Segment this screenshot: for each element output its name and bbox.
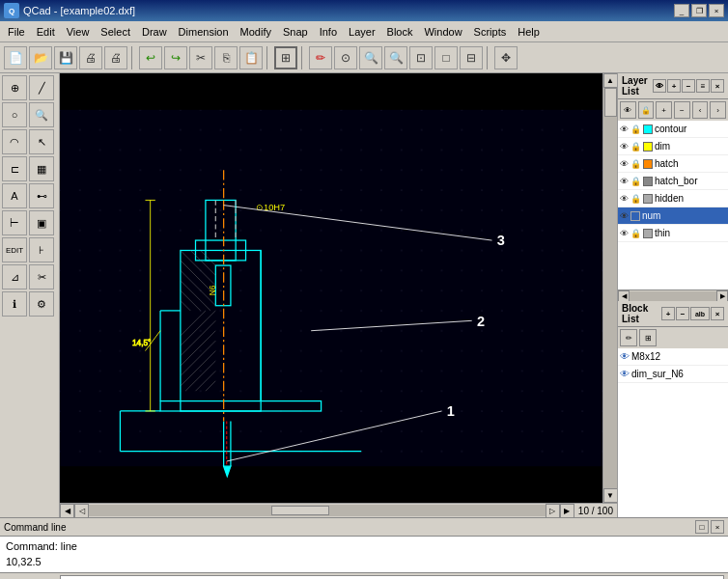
block-insert-button[interactable]: ⊞ (639, 329, 657, 346)
layer-row-hatch[interactable]: 👁 🔒 hatch (618, 155, 728, 173)
layer-row-dim[interactable]: 👁 🔒 dim (618, 138, 728, 155)
undo-button[interactable]: ↩ (139, 46, 162, 69)
zoom-tool[interactable]: 🔍 (29, 102, 54, 127)
redo-button[interactable]: ↪ (164, 46, 187, 69)
layer-lock-hatch[interactable]: 🔒 (630, 159, 641, 169)
layer-delete-button[interactable]: − (674, 101, 690, 119)
scroll-up-button[interactable]: ▲ (603, 73, 618, 88)
block-add-button[interactable]: + (661, 307, 675, 320)
layer-scroll[interactable]: ◀ ▶ (618, 290, 728, 301)
layer-eye-hatch-bor[interactable]: 👁 (620, 177, 629, 186)
layer-lock-hidden[interactable]: 🔒 (630, 194, 641, 204)
block-close-button[interactable]: × (711, 307, 724, 320)
vertical-scrollbar[interactable]: ▲ ▼ (602, 73, 617, 503)
menu-dimension[interactable]: Dimension (173, 24, 235, 40)
layer-row-hidden[interactable]: 👁 🔒 hidden (618, 190, 728, 207)
offset-tool[interactable]: ⊿ (2, 264, 27, 290)
layer-eye-num[interactable]: 👁 (620, 211, 629, 221)
measure-tool[interactable]: ⊷ (29, 183, 54, 208)
menu-file[interactable]: File (2, 24, 31, 40)
command-input[interactable] (60, 575, 724, 579)
menu-select[interactable]: Select (95, 24, 136, 40)
layer-row-thin[interactable]: 👁 🔒 thin (618, 225, 728, 242)
command-expand-button[interactable]: □ (695, 520, 709, 534)
layer-scroll-track[interactable] (630, 291, 716, 301)
layer-eye-hidden[interactable]: 👁 (620, 194, 629, 204)
scroll-track-h[interactable] (89, 505, 546, 516)
layer-arrow-right[interactable]: › (710, 101, 726, 119)
layer-row-hatch-bor[interactable]: 👁 🔒 hatch_bor (618, 173, 728, 190)
block-row-dim-sur-n6[interactable]: 👁 dim_sur_N6 (618, 366, 728, 383)
layer-close-button[interactable]: × (711, 79, 724, 93)
block-name-button[interactable]: alb (690, 307, 710, 320)
layer-lock-thin[interactable]: 🔒 (630, 229, 641, 238)
scroll-down-button[interactable]: ▼ (603, 488, 618, 503)
scroll-track-v[interactable] (603, 88, 618, 488)
edit-tool[interactable]: EDIT (2, 237, 27, 262)
block-row-m8x12[interactable]: 👁 M8x12 (618, 348, 728, 366)
scroll-left2-button[interactable]: ◁ (74, 504, 89, 518)
dim-tool[interactable]: ⊢ (2, 210, 27, 235)
layer-config-button[interactable]: ≡ (696, 79, 710, 93)
menu-scripts[interactable]: Scripts (468, 24, 513, 40)
snap-tool[interactable]: ⊕ (2, 75, 27, 100)
block-edit-button[interactable]: ✏ (620, 329, 637, 346)
copy-button[interactable]: ⎘ (214, 46, 238, 69)
arc-tool[interactable]: ◠ (2, 129, 27, 154)
block-remove-button[interactable]: − (676, 307, 689, 320)
zoom-fit-button[interactable]: ⊡ (409, 46, 433, 69)
cut-button[interactable]: ✂ (189, 46, 212, 69)
command-close-button[interactable]: × (711, 520, 724, 534)
info-tool[interactable]: ℹ (2, 291, 27, 317)
scroll-left-button[interactable]: ◀ (60, 504, 74, 518)
menu-modify[interactable]: Modify (235, 24, 277, 40)
layer-lock-dim[interactable]: 🔒 (630, 142, 641, 152)
menu-help[interactable]: Help (512, 24, 546, 40)
menu-view[interactable]: View (61, 24, 96, 40)
layer-eye-thin[interactable]: 👁 (620, 229, 629, 238)
layer-eye-hatch[interactable]: 👁 (620, 159, 629, 169)
zoom-in-button[interactable]: 🔍 (359, 46, 382, 69)
block-tool[interactable]: ▣ (29, 210, 54, 235)
line-tool[interactable]: ╱ (29, 75, 54, 100)
layer-lock-all[interactable]: 🔒 (638, 101, 655, 119)
draw-line-button[interactable]: ✏ (309, 46, 332, 69)
open-button[interactable]: 📂 (29, 46, 52, 69)
scroll-right2-button[interactable]: ▷ (546, 504, 560, 518)
hatch-tool[interactable]: ▦ (29, 156, 54, 181)
restore-button[interactable]: ❐ (691, 4, 707, 17)
print-button[interactable]: 🖨 (79, 46, 102, 69)
layer-row-num[interactable]: 👁 num (618, 207, 728, 225)
menu-draw[interactable]: Draw (136, 24, 173, 40)
polyline-tool[interactable]: ⊏ (2, 156, 27, 181)
minimize-button[interactable]: _ (674, 4, 689, 17)
move-button[interactable]: ✥ (494, 46, 518, 69)
text-tool[interactable]: A (2, 183, 27, 208)
scroll-thumb-v[interactable] (604, 88, 617, 117)
circle-tool[interactable]: ○ (2, 102, 27, 127)
zoom-out-button[interactable]: 🔍 (384, 46, 407, 69)
layer-lock-hatch-bor[interactable]: 🔒 (630, 177, 641, 186)
new-button[interactable]: 📄 (4, 46, 27, 69)
menu-edit[interactable]: Edit (31, 24, 61, 40)
menu-layer[interactable]: Layer (343, 24, 381, 40)
trim-tool[interactable]: ✂ (29, 264, 54, 290)
grid-button[interactable]: ⊞ (274, 46, 297, 69)
close-button[interactable]: × (709, 4, 724, 17)
snap-end-button[interactable]: ⊙ (334, 46, 357, 69)
menu-snap[interactable]: Snap (277, 24, 314, 40)
layer-remove-button[interactable]: − (682, 79, 695, 93)
prop-tool[interactable]: ⚙ (29, 291, 54, 317)
layer-add2-button[interactable]: + (656, 101, 672, 119)
horizontal-scrollbar[interactable]: ◀ ◁ ▷ ▶ 10 / 100 (60, 503, 617, 517)
menu-info[interactable]: Info (314, 24, 343, 40)
layer-add-button[interactable]: + (667, 79, 681, 93)
paste-button[interactable]: 📋 (239, 46, 263, 69)
layer-eye-contour[interactable]: 👁 (620, 124, 629, 134)
save-button[interactable]: 💾 (54, 46, 77, 69)
layer-scroll-right[interactable]: ▶ (716, 290, 728, 302)
layer-scroll-left[interactable]: ◀ (618, 290, 630, 302)
layer-visible-all[interactable]: 👁 (620, 101, 636, 119)
layer-arrow-left[interactable]: ‹ (692, 101, 709, 119)
zoom-prev-button[interactable]: ⊟ (460, 46, 483, 69)
